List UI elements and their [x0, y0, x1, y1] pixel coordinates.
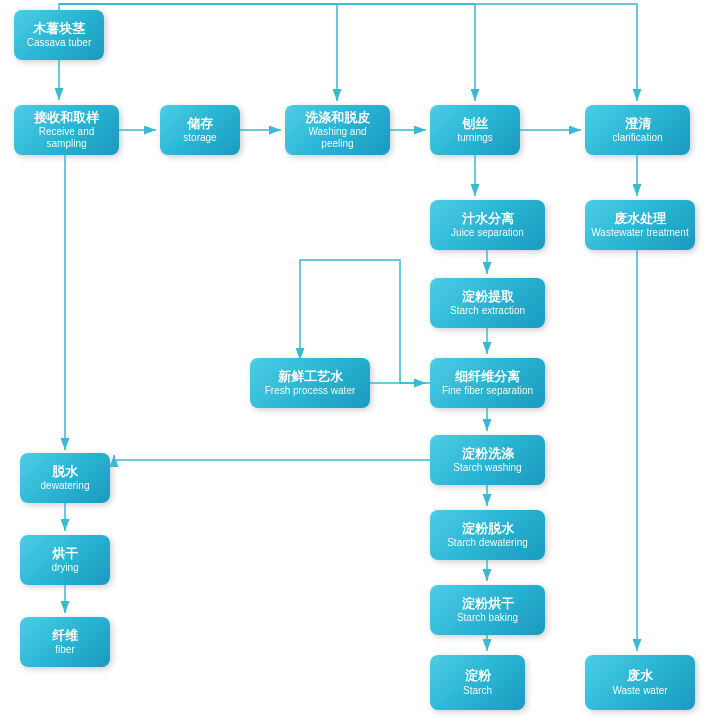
node-cassava: 木薯块茎 Cassava tuber — [14, 10, 104, 60]
node-turnings: 刨丝 turnings — [430, 105, 520, 155]
node-dewatering: 脱水 dewatering — [20, 453, 110, 503]
node-juice-sep: 汁水分离 Juice separation — [430, 200, 545, 250]
node-starch-wash: 淀粉洗涤 Starch washing — [430, 435, 545, 485]
node-storage: 储存 storage — [160, 105, 240, 155]
node-fiber-sep: 细纤维分离 Fine fiber separation — [430, 358, 545, 408]
node-starch-bake: 淀粉烘干 Starch baking — [430, 585, 545, 635]
node-starch-ext: 淀粉提取 Starch extraction — [430, 278, 545, 328]
node-drying: 烘干 drying — [20, 535, 110, 585]
node-starch-out: 淀粉 Starch — [430, 655, 525, 710]
node-fiber: 纤维 fiber — [20, 617, 110, 667]
node-starch-dewat: 淀粉脱水 Starch dewatering — [430, 510, 545, 560]
node-clarification: 澄清 clarification — [585, 105, 690, 155]
node-receive: 接收和取样 Receive and sampling — [14, 105, 119, 155]
flowchart: 木薯块茎 Cassava tuber 接收和取样 Receive and sam… — [0, 0, 709, 722]
node-waste-water-out: 废水 Waste water — [585, 655, 695, 710]
node-washing: 洗涤和脱皮 Washing and peeling — [285, 105, 390, 155]
node-wastewater: 废水处理 Wastewater treatment — [585, 200, 695, 250]
node-fresh-water: 新鲜工艺水 Fresh process water — [250, 358, 370, 408]
